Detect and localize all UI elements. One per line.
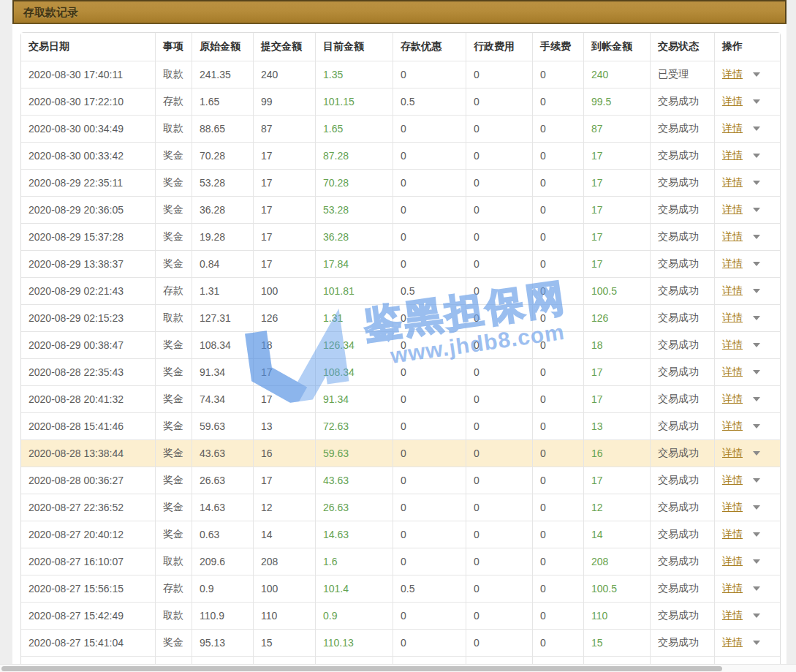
detail-link[interactable]: 详情 <box>722 312 743 323</box>
horizontal-scrollbar[interactable] <box>0 664 796 672</box>
chevron-down-icon[interactable] <box>753 478 760 483</box>
cell-submitted: 17 <box>253 169 315 196</box>
cell-submitted: 100 <box>253 575 315 602</box>
detail-link[interactable]: 详情 <box>722 366 743 377</box>
table-row: 2020-08-28 20:41:32奖金74.341791.3400017交易… <box>21 385 780 412</box>
chevron-down-icon[interactable] <box>753 451 760 456</box>
chevron-down-icon[interactable] <box>753 154 760 158</box>
cell-bonus: 0 <box>393 521 466 548</box>
cell-admin: 0 <box>466 548 532 575</box>
chevron-down-icon[interactable] <box>753 614 760 618</box>
cell-current: 59.63 <box>315 439 393 467</box>
cell-current: 1.6 <box>315 548 393 575</box>
chevron-down-icon[interactable] <box>753 424 760 429</box>
cell-submitted: 87 <box>253 115 315 142</box>
cell-actions: 详情 <box>714 277 780 304</box>
cell-status: 交易成功 <box>650 304 714 331</box>
chevron-down-icon[interactable] <box>753 99 760 104</box>
cell-bonus: 0.5 <box>393 88 466 115</box>
cell-original: 209.6 <box>192 548 253 575</box>
cell-status: 交易成功 <box>650 629 714 656</box>
cell-admin: 0 <box>466 250 532 277</box>
cell-bonus: 0 <box>393 250 466 277</box>
cell-submitted: 13 <box>253 412 315 439</box>
cell-actions: 详情 <box>714 61 780 88</box>
cell-item: 奖金 <box>155 629 192 656</box>
horizontal-scrollbar-thumb[interactable] <box>1 666 722 671</box>
cell-status: 交易成功 <box>650 88 714 115</box>
cell-submitted: 15 <box>253 629 315 656</box>
detail-link[interactable]: 详情 <box>722 257 743 269</box>
detail-link[interactable]: 详情 <box>722 284 743 296</box>
chevron-down-icon[interactable] <box>753 262 760 266</box>
cell-original: 59.63 <box>192 412 253 439</box>
cell-original: 14.63 <box>192 494 253 521</box>
detail-link[interactable]: 详情 <box>722 582 743 594</box>
cell-item: 存款 <box>155 277 192 304</box>
chevron-down-icon[interactable] <box>753 641 760 645</box>
chevron-down-icon[interactable] <box>753 289 760 293</box>
chevron-down-icon[interactable] <box>753 505 760 510</box>
detail-link[interactable]: 详情 <box>722 393 743 404</box>
cell-actions: 详情 <box>714 629 780 656</box>
cell-bonus: 0 <box>393 304 466 331</box>
detail-link[interactable]: 详情 <box>722 447 743 458</box>
cell-submitted: 110 <box>253 602 315 629</box>
cell-credited: 87 <box>583 115 650 142</box>
cell-admin: 0 <box>466 61 532 88</box>
detail-link[interactable]: 详情 <box>722 555 743 567</box>
cell-submitted: 17 <box>253 358 315 385</box>
chevron-down-icon[interactable] <box>753 208 760 212</box>
chevron-down-icon[interactable] <box>753 559 760 564</box>
cell-status: 交易成功 <box>650 142 714 169</box>
detail-link[interactable]: 详情 <box>722 501 743 513</box>
chevron-down-icon[interactable] <box>753 370 760 374</box>
chevron-down-icon[interactable] <box>753 532 760 537</box>
cell-submitted: 208 <box>253 548 315 575</box>
cell-submitted: 16 <box>253 439 315 467</box>
chevron-down-icon[interactable] <box>753 235 760 239</box>
chevron-down-icon[interactable] <box>753 72 760 77</box>
chevron-down-icon[interactable] <box>753 397 760 401</box>
cell-admin: 0 <box>466 88 532 115</box>
cell-date: 2020-08-27 15:41:04 <box>21 629 155 656</box>
cell-credited: 17 <box>583 467 650 494</box>
column-header: 事项 <box>155 33 192 61</box>
chevron-down-icon[interactable] <box>753 181 760 185</box>
chevron-down-icon[interactable] <box>753 586 760 591</box>
detail-link[interactable]: 详情 <box>722 636 743 648</box>
cell-actions: 详情 <box>714 304 780 331</box>
detail-link[interactable]: 详情 <box>722 230 743 242</box>
chevron-down-icon[interactable] <box>753 127 760 131</box>
cell-admin: 0 <box>466 467 532 494</box>
detail-link[interactable]: 详情 <box>722 122 743 134</box>
detail-link[interactable]: 详情 <box>722 528 743 540</box>
cell-actions: 详情 <box>714 169 780 196</box>
table-row: 2020-08-28 22:35:43奖金91.3417108.3400017交… <box>21 358 780 385</box>
table-row: 2020-08-30 17:40:11取款241.352401.35000240… <box>21 61 780 88</box>
detail-link[interactable]: 详情 <box>722 474 743 486</box>
detail-link[interactable]: 详情 <box>722 176 743 188</box>
chevron-down-icon[interactable] <box>753 316 760 320</box>
cell-original: 36.28 <box>192 196 253 223</box>
detail-link[interactable]: 详情 <box>722 609 743 621</box>
cell-item: 奖金 <box>155 494 192 521</box>
detail-link[interactable]: 详情 <box>722 149 743 161</box>
detail-link[interactable]: 详情 <box>722 68 743 80</box>
detail-link[interactable]: 详情 <box>722 339 743 350</box>
cell-credited: 12 <box>583 494 650 521</box>
table-row: 2020-08-29 00:38:47奖金108.3418126.3400018… <box>21 331 780 358</box>
detail-link[interactable]: 详情 <box>722 420 743 431</box>
cell-credited: 17 <box>583 358 650 385</box>
detail-link[interactable]: 详情 <box>722 95 743 107</box>
chevron-down-icon[interactable] <box>753 343 760 347</box>
cell-original: 70.28 <box>192 142 253 169</box>
cell-credited: 15 <box>583 629 650 656</box>
cell-submitted: 17 <box>253 250 315 277</box>
table-row: 2020-08-30 17:22:10存款1.6599101.150.50099… <box>21 88 780 115</box>
column-header: 原始金额 <box>192 33 253 61</box>
cell-fee: 0 <box>532 439 583 467</box>
detail-link[interactable]: 详情 <box>722 203 743 215</box>
cell-submitted: 99 <box>253 88 315 115</box>
cell-status: 交易成功 <box>650 412 714 439</box>
